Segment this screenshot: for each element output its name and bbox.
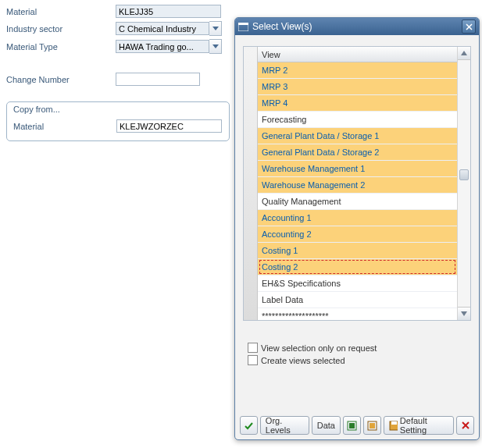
select-views-dialog: Select View(s) View MRP 2MRP 3MRP 4Forec… bbox=[234, 17, 480, 440]
material-type-dropdown-button[interactable] bbox=[209, 39, 222, 54]
default-setting-button[interactable]: Default Setting bbox=[384, 416, 455, 435]
copy-from-group: Copy from... Material bbox=[6, 101, 230, 141]
industry-sector-input[interactable] bbox=[116, 22, 209, 35]
copy-from-material-input[interactable] bbox=[116, 119, 222, 133]
select-all-button[interactable] bbox=[343, 416, 361, 435]
material-type-label: Material Type bbox=[6, 42, 116, 52]
dialog-title: Select View(s) bbox=[252, 21, 312, 32]
close-icon bbox=[466, 23, 473, 30]
chevron-down-icon bbox=[461, 311, 467, 316]
list-item[interactable]: EH&S Specifications bbox=[258, 276, 457, 292]
copy-from-title: Copy from... bbox=[13, 105, 60, 114]
list-item[interactable]: Warehouse Management 2 bbox=[258, 177, 457, 194]
dialog-close-button[interactable] bbox=[462, 20, 476, 34]
save-icon bbox=[389, 421, 398, 431]
svg-rect-11 bbox=[349, 423, 355, 428]
cancel-button[interactable] bbox=[456, 416, 474, 435]
org-levels-button[interactable]: Org. Levels bbox=[260, 416, 309, 435]
list-item[interactable]: Costing 2 bbox=[258, 259, 457, 276]
copy-from-material-label: Material bbox=[13, 122, 116, 131]
list-item[interactable]: General Plant Data / Storage 2 bbox=[258, 144, 457, 161]
view-selection-on-request-checkbox[interactable] bbox=[248, 343, 258, 353]
list-item[interactable]: Quality Management bbox=[258, 194, 457, 210]
industry-sector-dropdown-button[interactable] bbox=[209, 21, 222, 36]
svg-marker-8 bbox=[461, 51, 467, 55]
deselect-all-icon bbox=[367, 421, 377, 431]
list-item[interactable]: Warehouse Management 1 bbox=[258, 161, 457, 177]
cancel-icon bbox=[461, 421, 470, 430]
list-row-selector-column[interactable] bbox=[244, 47, 258, 320]
list-item[interactable]: Costing 1 bbox=[258, 243, 457, 259]
material-label: Material bbox=[6, 7, 116, 16]
svg-marker-9 bbox=[461, 311, 467, 316]
svg-rect-3 bbox=[238, 23, 248, 25]
create-views-selected-label: Create views selected bbox=[261, 356, 345, 365]
views-list: View MRP 2MRP 3MRP 4ForecastingGeneral P… bbox=[243, 46, 471, 321]
list-item[interactable]: Label Data bbox=[258, 292, 457, 308]
list-item[interactable]: MRP 3 bbox=[258, 79, 457, 95]
svg-marker-0 bbox=[212, 27, 219, 30]
list-item[interactable]: Accounting 2 bbox=[258, 226, 457, 243]
material-input[interactable] bbox=[116, 5, 221, 18]
data-button[interactable]: Data bbox=[312, 416, 341, 435]
confirm-button[interactable] bbox=[240, 416, 258, 435]
change-number-label: Change Number bbox=[6, 75, 116, 84]
chevron-down-icon bbox=[212, 27, 219, 30]
create-views-selected-checkbox[interactable] bbox=[248, 355, 258, 365]
list-item[interactable]: ******************** bbox=[258, 308, 457, 320]
change-number-input[interactable] bbox=[116, 73, 200, 86]
select-all-icon bbox=[347, 421, 357, 431]
material-type-input[interactable] bbox=[116, 40, 209, 53]
check-icon bbox=[244, 421, 254, 431]
list-item[interactable]: Forecasting bbox=[258, 112, 457, 128]
list-item[interactable]: MRP 2 bbox=[258, 62, 457, 79]
chevron-up-icon bbox=[461, 51, 467, 55]
list-item[interactable]: General Plant Data / Storage 1 bbox=[258, 128, 457, 144]
svg-marker-1 bbox=[212, 44, 219, 48]
list-item[interactable]: MRP 4 bbox=[258, 95, 457, 112]
list-vertical-scrollbar[interactable] bbox=[457, 47, 470, 320]
chevron-down-icon bbox=[212, 44, 219, 48]
svg-rect-13 bbox=[370, 423, 375, 428]
dialog-window-icon bbox=[238, 23, 248, 31]
deselect-all-button[interactable] bbox=[363, 416, 381, 435]
view-selection-on-request-label: View selection only on request bbox=[261, 343, 377, 353]
list-header-view[interactable]: View bbox=[258, 47, 457, 62]
svg-rect-15 bbox=[391, 421, 397, 425]
list-item[interactable]: Accounting 1 bbox=[258, 210, 457, 226]
industry-sector-label: Industry sector bbox=[6, 24, 116, 34]
